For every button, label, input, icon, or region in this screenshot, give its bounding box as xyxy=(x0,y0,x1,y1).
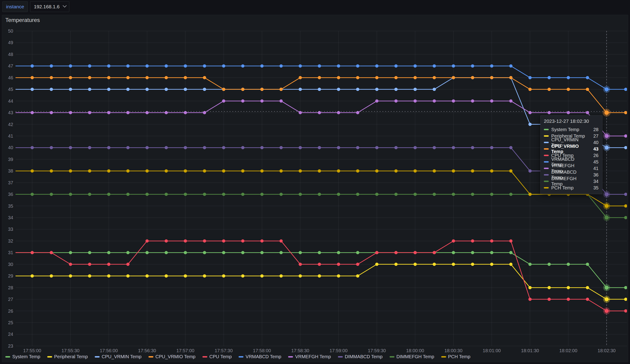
svg-text:27: 27 xyxy=(8,297,13,302)
tooltip-series-value: 26 xyxy=(590,153,598,158)
legend-series-label: System Temp xyxy=(12,354,40,359)
legend-series-color-marker xyxy=(5,356,10,358)
svg-text:30: 30 xyxy=(8,262,13,267)
series-line-Peripheral-Temp xyxy=(11,263,627,301)
svg-text:18:01:00: 18:01:00 xyxy=(483,348,501,353)
tooltip-rows: System Temp28Peripheral Temp27CPU_VRMIN … xyxy=(544,126,598,191)
svg-text:28: 28 xyxy=(8,285,13,290)
chart-tooltip: 2023-12-27 18:02:30 System Temp28Periphe… xyxy=(540,115,602,194)
svg-text:48: 48 xyxy=(8,52,13,57)
x-axis-labels: 17:55:0017:55:3017:56:0017:56:3017:57:00… xyxy=(23,348,616,353)
svg-text:46: 46 xyxy=(8,75,13,80)
legend-series-label: CPU_VRMIN Temp xyxy=(102,354,142,359)
tooltip-timestamp: 2023-12-27 18:02:30 xyxy=(544,118,598,124)
legend-series-label: PCH Temp xyxy=(448,354,470,359)
svg-text:41: 41 xyxy=(8,133,13,139)
series-line-VRMEFGH-Temp xyxy=(11,99,627,138)
svg-text:24: 24 xyxy=(8,332,13,337)
series-line-PCH-Temp xyxy=(11,169,627,207)
tooltip-series-color-marker xyxy=(544,174,549,176)
crosshair xyxy=(16,31,627,346)
svg-text:18:02:00: 18:02:00 xyxy=(559,348,578,353)
legend-series-label: DIMMABCD Temp xyxy=(345,354,383,359)
tooltip-series-value: 45 xyxy=(590,159,598,165)
svg-text:44: 44 xyxy=(8,99,13,104)
tooltip-series-value: 36 xyxy=(590,172,598,178)
legend-series-color-marker xyxy=(288,356,293,358)
svg-text:32: 32 xyxy=(8,238,13,243)
legend-item-DIMMABCD-Temp[interactable]: DIMMABCD Temp xyxy=(338,354,383,359)
legend-item-System-Temp[interactable]: System Temp xyxy=(5,354,40,359)
tooltip-series-value: 28 xyxy=(590,127,598,132)
svg-text:17:56:30: 17:56:30 xyxy=(138,348,156,353)
svg-text:31: 31 xyxy=(8,250,13,255)
svg-text:35: 35 xyxy=(8,203,13,209)
svg-text:29: 29 xyxy=(8,273,13,278)
legend-series-color-marker xyxy=(390,356,394,358)
legend-series-color-marker xyxy=(238,356,244,358)
tooltip-series-color-marker xyxy=(544,181,549,182)
legend-item-CPU_VRMIO-Temp[interactable]: CPU_VRMIO Temp xyxy=(148,354,196,359)
legend-series-label: CPU Temp xyxy=(210,354,232,359)
tooltip-series-color-marker xyxy=(544,129,549,130)
svg-text:45: 45 xyxy=(8,87,13,92)
svg-text:17:55:30: 17:55:30 xyxy=(62,348,80,353)
tooltip-series-color-marker xyxy=(544,142,549,143)
svg-text:17:58:00: 17:58:00 xyxy=(253,348,271,353)
legend-item-CPU-Temp[interactable]: CPU Temp xyxy=(202,354,232,359)
tooltip-series-value: 27 xyxy=(590,133,598,139)
legend-series-color-marker xyxy=(338,356,343,358)
chart-legend: System TempPeripheral TempCPU_VRMIN Temp… xyxy=(5,354,470,359)
tooltip-series-value: 34 xyxy=(590,179,598,184)
tooltip-series-name: PCH Temp xyxy=(551,185,590,190)
svg-text:18:00:00: 18:00:00 xyxy=(406,348,424,353)
svg-text:36: 36 xyxy=(8,192,13,197)
variable-label-instance: instance xyxy=(2,1,28,12)
legend-series-label: VRMEFGH Temp xyxy=(295,354,331,359)
variable-label-text: instance xyxy=(6,4,24,9)
y-axis-labels: 2324252627282930313233343536373839404142… xyxy=(8,28,13,349)
variable-value-dropdown[interactable]: 192.168.1.6 xyxy=(30,1,69,12)
tooltip-series-color-marker xyxy=(544,148,549,150)
time-series-chart[interactable]: 2324252627282930313233343536373839404142… xyxy=(2,15,628,362)
svg-text:47: 47 xyxy=(8,63,13,68)
series-line-System-Temp xyxy=(11,251,627,289)
svg-text:17:57:30: 17:57:30 xyxy=(215,348,233,353)
tooltip-row-System-Temp: System Temp28 xyxy=(544,126,598,133)
svg-text:17:59:00: 17:59:00 xyxy=(330,348,348,353)
tooltip-series-value: 40 xyxy=(590,140,598,145)
tooltip-series-color-marker xyxy=(544,135,549,137)
svg-text:17:56:00: 17:56:00 xyxy=(100,348,118,353)
svg-text:17:57:00: 17:57:00 xyxy=(176,348,194,353)
tooltip-series-value: 41 xyxy=(590,166,598,171)
tooltip-row-PCH-Temp: PCH Temp35 xyxy=(544,184,598,191)
svg-text:23: 23 xyxy=(8,344,13,349)
series-lines xyxy=(11,64,627,312)
svg-text:25: 25 xyxy=(8,320,13,325)
svg-text:37: 37 xyxy=(8,180,13,185)
legend-series-color-marker xyxy=(148,356,153,358)
legend-item-CPU_VRMIN-Temp[interactable]: CPU_VRMIN Temp xyxy=(95,354,142,359)
svg-text:17:58:30: 17:58:30 xyxy=(291,348,309,353)
tooltip-series-value: 35 xyxy=(590,185,598,190)
dashboard-top-bar: instance 192.168.1.6 xyxy=(0,0,630,13)
svg-text:40: 40 xyxy=(8,145,13,150)
legend-series-color-marker xyxy=(95,356,100,358)
legend-series-color-marker xyxy=(47,356,52,358)
legend-item-Peripheral-Temp[interactable]: Peripheral Temp xyxy=(47,354,88,359)
legend-series-color-marker xyxy=(202,356,207,358)
legend-item-VRMEFGH-Temp[interactable]: VRMEFGH Temp xyxy=(288,354,331,359)
svg-text:18:02:30: 18:02:30 xyxy=(598,348,616,353)
tooltip-series-color-marker xyxy=(544,155,549,156)
svg-text:18:00:30: 18:00:30 xyxy=(444,348,462,353)
tooltip-series-color-marker xyxy=(544,187,549,188)
series-line-CPU_VRMIO-Temp xyxy=(11,76,627,114)
legend-item-VRMABCD-Temp[interactable]: VRMABCD Temp xyxy=(238,354,281,359)
legend-item-DIMMEFGH-Temp[interactable]: DIMMEFGH Temp xyxy=(390,354,434,359)
chevron-down-icon xyxy=(63,3,67,7)
y-gridlines xyxy=(16,31,627,346)
legend-item-PCH-Temp[interactable]: PCH Temp xyxy=(441,354,470,359)
svg-text:38: 38 xyxy=(8,168,13,174)
tooltip-series-value: 43 xyxy=(590,146,598,152)
svg-text:17:55:00: 17:55:00 xyxy=(23,348,41,353)
